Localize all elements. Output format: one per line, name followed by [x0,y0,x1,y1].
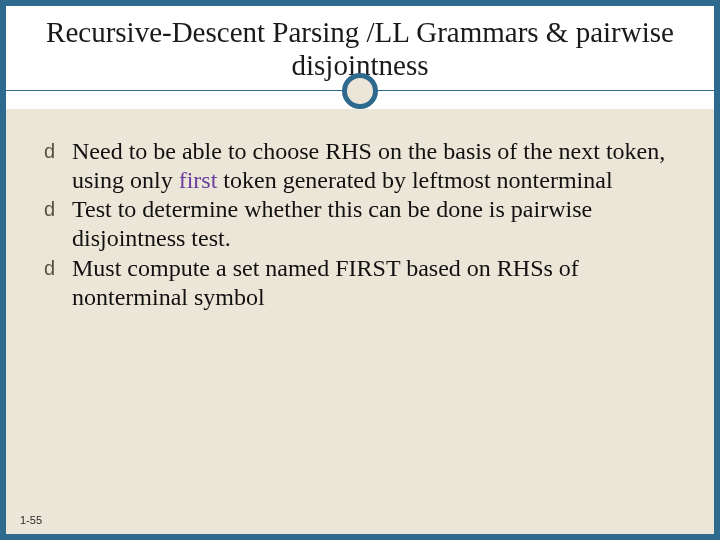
title-area: Recursive-Descent Parsing /LL Grammars &… [6,6,714,109]
bullet-text-tail: token generated by leftmost nonterminal [217,167,612,193]
bullet-text-lead: Test to determine whether this can be do… [72,196,592,251]
bullet-text-accent: first [179,167,218,193]
page-number: 1-55 [20,514,42,526]
bullet-icon: d [44,197,55,221]
slide: Recursive-Descent Parsing /LL Grammars &… [0,0,720,540]
bullet-icon: d [44,256,55,280]
list-item: d Need to be able to choose RHS on the b… [48,137,676,196]
list-item: d Must compute a set named FIRST based o… [48,254,676,313]
body-content: d Need to be able to choose RHS on the b… [6,109,714,323]
list-item: d Test to determine whether this can be … [48,195,676,254]
bullet-icon: d [44,139,55,163]
title-circle-icon [342,73,378,109]
bullet-text-lead: Must compute a set named FIRST based on … [72,255,579,310]
